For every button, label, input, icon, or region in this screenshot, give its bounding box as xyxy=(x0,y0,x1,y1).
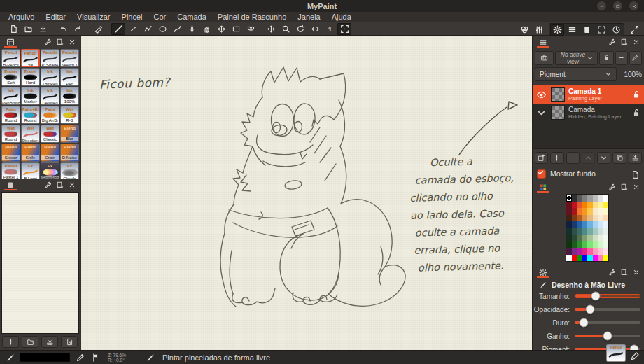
palette-color[interactable] xyxy=(593,208,598,215)
palette-color[interactable] xyxy=(598,195,603,202)
brush-penbrush[interactable]: InkPenBrush xyxy=(1,87,20,105)
detach-tab-icon[interactable] xyxy=(56,38,64,46)
layers-list-button[interactable] xyxy=(565,24,579,36)
brush-hard[interactable]: EraserHard xyxy=(21,68,40,86)
inking-button[interactable] xyxy=(170,23,184,35)
palette-color[interactable] xyxy=(566,215,572,222)
palette-color[interactable] xyxy=(582,248,588,255)
brush-round[interactable]: WetRound xyxy=(1,125,20,143)
view-edit-button[interactable] xyxy=(629,51,642,65)
close-button[interactable] xyxy=(629,1,638,10)
flag-icon[interactable] xyxy=(91,353,101,363)
detach-tab-icon[interactable] xyxy=(620,183,629,191)
minimize-button[interactable] xyxy=(597,1,606,10)
menu-visualizar[interactable]: Visualizar xyxy=(71,12,116,22)
move-layer-button[interactable] xyxy=(214,23,228,35)
palette-color[interactable] xyxy=(598,208,603,215)
palette-color[interactable] xyxy=(582,241,588,248)
palette-color[interactable] xyxy=(582,228,588,235)
palette-color[interactable] xyxy=(598,241,603,248)
palette-color[interactable] xyxy=(593,215,598,222)
chevron-down-icon[interactable] xyxy=(536,107,547,119)
palette-color[interactable] xyxy=(572,241,578,248)
slider-track[interactable] xyxy=(575,321,640,324)
brush-round-bl[interactable]: Paint+BlRound BL xyxy=(21,106,40,124)
palette-color[interactable] xyxy=(566,255,572,262)
palette-color[interactable] xyxy=(582,195,588,202)
palette-color[interactable] xyxy=(603,215,609,222)
brush-soft[interactable]: EraserSoft xyxy=(1,68,20,86)
palette-color[interactable] xyxy=(577,241,582,248)
raise-layer-button[interactable] xyxy=(582,152,595,164)
view-remove-button[interactable] xyxy=(615,51,628,65)
edit-icon[interactable] xyxy=(76,353,85,363)
save-button[interactable] xyxy=(36,23,50,35)
palette-color[interactable] xyxy=(593,228,598,235)
detach-tab-icon[interactable] xyxy=(56,181,64,189)
tool-options-tab[interactable] xyxy=(536,266,550,278)
palette-color[interactable] xyxy=(566,241,572,248)
new-file-button[interactable] xyxy=(6,23,20,35)
wrench-icon[interactable] xyxy=(608,268,617,276)
palette-color[interactable] xyxy=(598,234,603,241)
palette-color[interactable] xyxy=(593,202,598,209)
palette-color[interactable] xyxy=(587,241,593,248)
scratchpad-save-button[interactable] xyxy=(41,336,58,348)
mirror-button[interactable] xyxy=(308,23,322,35)
clipboard-button[interactable] xyxy=(580,24,594,36)
palette-color[interactable] xyxy=(572,208,578,215)
palette-color[interactable] xyxy=(598,202,603,209)
brush-thinpen[interactable]: InkThinPen xyxy=(41,68,59,86)
palette-color[interactable] xyxy=(572,195,578,202)
close-icon[interactable] xyxy=(632,268,640,276)
palette-color[interactable] xyxy=(582,234,588,241)
palette-color[interactable] xyxy=(582,215,588,222)
palette-color[interactable] xyxy=(598,228,603,235)
palette-color[interactable] xyxy=(577,195,582,202)
fullscreen-button[interactable] xyxy=(594,24,608,36)
palette-color[interactable] xyxy=(603,234,609,241)
scratchpad-export-button[interactable] xyxy=(61,336,78,348)
fit-view-button[interactable] xyxy=(337,23,351,35)
brush-direction[interactable]: WetDirection xyxy=(21,125,40,143)
palette-color[interactable] xyxy=(577,234,582,241)
slider-ganho[interactable]: Ganho: xyxy=(533,330,640,342)
gear-button[interactable] xyxy=(550,24,564,36)
palette-color[interactable] xyxy=(566,195,572,202)
scratchpad-add-button[interactable] xyxy=(2,336,19,348)
brush-big-airbr[interactable]: PaintBig AirBr xyxy=(41,106,59,124)
view-camera-button[interactable] xyxy=(535,51,554,65)
rotate-button[interactable] xyxy=(293,23,307,35)
menu-painel-de-rascunho[interactable]: Painel de Rascunho xyxy=(212,12,292,22)
eraser-button[interactable] xyxy=(91,23,105,35)
brush-round[interactable]: PaintRound xyxy=(1,106,20,124)
palette-color[interactable] xyxy=(593,241,598,248)
palette-color[interactable] xyxy=(572,248,578,255)
palette-color[interactable] xyxy=(582,221,588,228)
expand-button[interactable] xyxy=(627,24,641,36)
palette-color[interactable] xyxy=(603,202,609,209)
menu-janela[interactable]: Janela xyxy=(292,12,326,22)
close-icon[interactable] xyxy=(632,38,640,46)
palette-color[interactable] xyxy=(566,228,572,235)
layers-tab[interactable] xyxy=(536,36,550,48)
lower-layer-button[interactable] xyxy=(597,152,610,164)
slider-handle[interactable] xyxy=(585,305,594,314)
palette-color[interactable] xyxy=(582,208,588,215)
palette-color[interactable] xyxy=(587,202,593,209)
menu-cor[interactable]: Cor xyxy=(148,12,172,22)
slider-opacidade[interactable]: Opacidade: xyxy=(533,303,640,316)
brush-settings-button[interactable] xyxy=(532,24,546,36)
brush-pen[interactable]: InkPen xyxy=(60,68,79,86)
pan-button[interactable] xyxy=(264,23,278,35)
undo-button[interactable] xyxy=(56,23,70,35)
palette-color[interactable] xyxy=(582,255,588,262)
open-button[interactable] xyxy=(21,23,35,35)
palette-color[interactable] xyxy=(566,208,572,215)
pen-button[interactable] xyxy=(185,23,199,35)
slider-track[interactable] xyxy=(575,294,640,298)
palette-color[interactable] xyxy=(582,202,588,209)
add-layer-button[interactable] xyxy=(550,152,564,164)
zoom-button[interactable] xyxy=(279,23,293,35)
scratchpad-canvas[interactable] xyxy=(1,192,79,334)
